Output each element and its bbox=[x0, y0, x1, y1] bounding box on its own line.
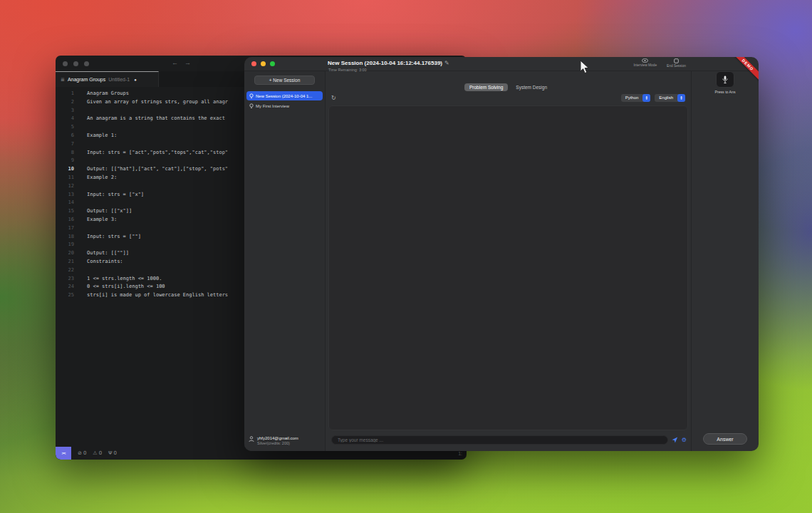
zoom-button[interactable] bbox=[84, 61, 89, 66]
app-titlebar[interactable]: New Session (2024-10-04 16:12:44.176539)… bbox=[244, 57, 759, 71]
line-number: 5 bbox=[56, 123, 74, 132]
forward-icon[interactable]: → bbox=[184, 59, 191, 66]
stop-square-icon bbox=[674, 58, 679, 63]
remote-icon: >< bbox=[61, 451, 65, 455]
broadcast-indicator[interactable]: Ψ 0 bbox=[108, 450, 117, 456]
line-number: 20 bbox=[56, 249, 74, 258]
interview-app-window: New Session (2024-10-04 16:12:44.176539)… bbox=[244, 57, 759, 451]
line-number: 6 bbox=[56, 132, 74, 140]
message-input[interactable] bbox=[331, 435, 668, 445]
tab-filename: Untitled-1 bbox=[108, 77, 130, 82]
close-button[interactable] bbox=[63, 61, 68, 66]
line-text: Output: [["x"]] bbox=[74, 207, 132, 216]
mouse-cursor bbox=[580, 60, 590, 75]
line-text: Input: strs = [""] bbox=[74, 233, 141, 242]
refresh-icon[interactable]: ↻ bbox=[331, 95, 336, 101]
line-text bbox=[74, 157, 87, 165]
cursor-position[interactable]: 1: bbox=[458, 451, 462, 456]
line-text: Input: strs = ["act","pots","tops","cat"… bbox=[74, 149, 228, 157]
account-info[interactable]: yhfy2014@gmail.com Silver(credits: 200) bbox=[244, 436, 325, 451]
line-text: 1 <= strs.length <= 1000. bbox=[74, 275, 162, 284]
account-plan: Silver(credits: 200) bbox=[257, 441, 298, 445]
session-list-item[interactable]: My First Interview bbox=[246, 101, 323, 110]
line-text: Example 1: bbox=[74, 132, 117, 140]
line-text: Anagram Groups bbox=[74, 90, 129, 98]
new-session-button[interactable]: + New Session bbox=[254, 76, 315, 85]
line-number: 7 bbox=[56, 140, 74, 149]
mic-label: Press to Ans bbox=[714, 90, 735, 94]
line-number: 24 bbox=[56, 283, 74, 291]
interview-mode-button[interactable]: Interview Mode bbox=[634, 58, 657, 68]
locale-select[interactable]: English ▲▼ bbox=[655, 94, 685, 102]
chevron-updown-icon: ▲▼ bbox=[677, 94, 685, 102]
chat-main: Problem Solving System Design ↻ Python ▲… bbox=[326, 71, 692, 451]
session-label: My First Interview bbox=[256, 104, 289, 108]
line-text: strs[i] is made up of lowercase English … bbox=[74, 291, 228, 300]
mic-button[interactable] bbox=[716, 71, 734, 88]
line-number: 14 bbox=[56, 199, 74, 207]
session-list-item[interactable]: New Session (2024-10-04 1... bbox=[246, 91, 323, 100]
warnings-indicator[interactable]: ⚠ 0 bbox=[93, 450, 102, 456]
send-icon[interactable] bbox=[672, 437, 678, 443]
language-select[interactable]: Python ▲▼ bbox=[621, 94, 651, 102]
line-text: An anagram is a string that contains the… bbox=[74, 115, 225, 123]
chat-transcript-panel[interactable] bbox=[328, 105, 688, 430]
settings-gear-icon[interactable]: ⚙ bbox=[682, 437, 687, 443]
line-number: 19 bbox=[56, 241, 74, 249]
line-number: 3 bbox=[56, 107, 74, 115]
line-text: Example 2: bbox=[74, 174, 117, 182]
lightbulb-icon bbox=[249, 103, 254, 109]
line-number: 23 bbox=[56, 275, 74, 284]
editor-tab[interactable]: ≣ Anagram Groups Untitled-1 ● bbox=[56, 71, 159, 87]
file-icon: ≣ bbox=[61, 77, 65, 83]
end-session-button[interactable]: End Session bbox=[667, 58, 686, 68]
minimize-button[interactable] bbox=[261, 61, 266, 66]
line-number: 22 bbox=[56, 266, 74, 275]
line-number: 25 bbox=[56, 291, 74, 300]
line-text bbox=[74, 224, 87, 233]
app-window-controls[interactable] bbox=[251, 61, 275, 66]
modified-dot-icon[interactable]: ● bbox=[134, 78, 137, 82]
line-number: 21 bbox=[56, 258, 74, 266]
microphone-icon bbox=[722, 76, 728, 84]
broadcast-icon: Ψ bbox=[108, 450, 113, 456]
tab-title: Anagram Groups bbox=[68, 77, 105, 82]
line-text bbox=[74, 182, 87, 191]
editor-window-controls[interactable] bbox=[63, 61, 89, 66]
tab-problem-solving[interactable]: Problem Solving bbox=[464, 83, 508, 91]
errors-indicator[interactable]: ⊘ 0 bbox=[78, 450, 86, 456]
line-text: 0 <= strs[i].length <= 100 bbox=[74, 283, 165, 291]
line-text: Given an array of strings strs, group al… bbox=[74, 98, 228, 107]
warning-icon: ⚠ bbox=[93, 450, 97, 456]
line-number: 10 bbox=[56, 165, 74, 174]
chevron-updown-icon: ▲▼ bbox=[642, 94, 650, 102]
line-text: Output: [["hat"],["act", "cat"],["stop",… bbox=[74, 165, 228, 174]
line-text bbox=[74, 266, 87, 275]
line-text bbox=[74, 107, 87, 115]
line-text bbox=[74, 199, 87, 207]
line-text: Output: [[""]] bbox=[74, 249, 129, 258]
line-number: 18 bbox=[56, 233, 74, 242]
close-button[interactable] bbox=[251, 61, 256, 66]
line-text: Constraints: bbox=[74, 258, 123, 266]
edit-title-icon[interactable]: ✎ bbox=[444, 60, 449, 66]
line-text: Example 3: bbox=[74, 216, 117, 224]
minimize-button[interactable] bbox=[73, 61, 78, 66]
lightbulb-icon bbox=[249, 93, 254, 99]
sessions-sidebar: + New Session New Session (2024-10-04 1.… bbox=[244, 71, 326, 451]
zoom-button[interactable] bbox=[270, 61, 275, 66]
session-title: New Session (2024-10-04 16:12:44.176539)… bbox=[328, 60, 449, 66]
line-number: 11 bbox=[56, 174, 74, 182]
tab-system-design[interactable]: System Design bbox=[511, 83, 552, 91]
eye-icon bbox=[642, 58, 648, 63]
back-icon[interactable]: ← bbox=[172, 59, 178, 66]
answer-button[interactable]: Answer bbox=[703, 433, 747, 445]
line-number: 16 bbox=[56, 216, 74, 224]
line-number: 17 bbox=[56, 224, 74, 233]
line-number: 2 bbox=[56, 98, 74, 107]
line-text bbox=[74, 140, 87, 149]
line-number: 1 bbox=[56, 90, 74, 98]
remote-indicator[interactable]: >< bbox=[56, 447, 71, 460]
line-text bbox=[74, 123, 87, 132]
error-icon: ⊘ bbox=[78, 450, 82, 456]
